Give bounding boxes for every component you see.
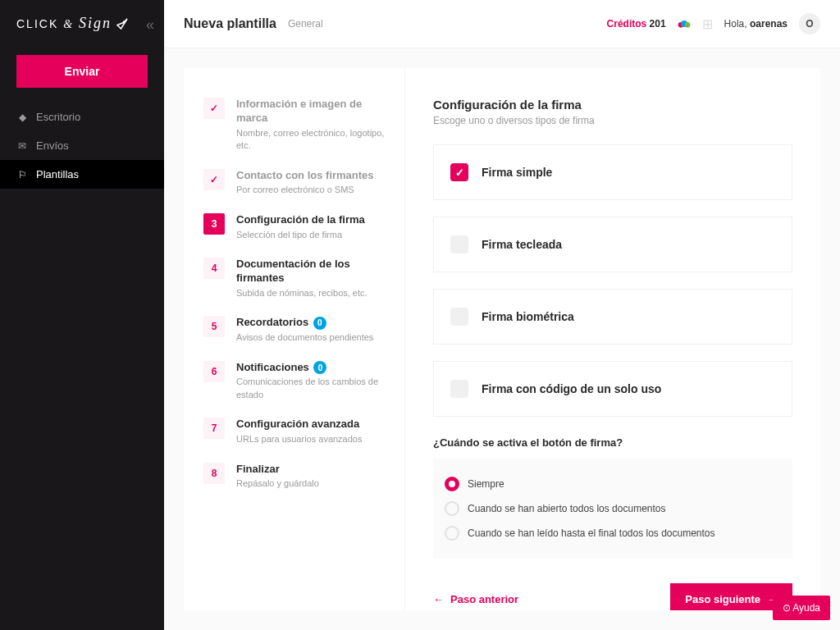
radio-label: Cuando se han abierto todos los document… [468,503,666,514]
step-title: Finalizar [236,463,385,477]
checkbox[interactable] [450,380,468,398]
cloud-icon[interactable] [678,17,691,30]
nav-label: Plantillas [36,168,79,180]
avatar[interactable]: O [799,13,820,34]
arrow-left-icon: ← [433,593,444,605]
nav-icon: ⚐ [16,169,28,180]
step-title: Información e imagen de marca [236,98,385,126]
step-number: ✓ [203,169,225,190]
collapse-sidebar-icon[interactable]: « [146,16,154,34]
nav-label: Envíos [36,139,69,152]
signature-option[interactable]: Firma biométrica [433,289,792,345]
step-item[interactable]: 6Notificaciones 0Comunicaciones de los c… [203,361,385,402]
step-item[interactable]: 5Recordatorios 0Avisos de documentos pen… [203,316,385,344]
signature-option[interactable]: Firma tecleada [433,217,792,272]
signature-option[interactable]: Firma simple [433,144,792,200]
radio[interactable] [445,526,459,541]
greeting: Hola, oarenas [724,18,788,30]
step-title: Configuración de la firma [236,213,385,227]
step-number: 8 [203,463,225,484]
steps-list: ✓Información e imagen de marca Nombre, c… [184,68,405,610]
step-item[interactable]: ✓Contacto con los firmantes Por correo e… [203,169,385,197]
step-subtitle: Subida de nóminas, recibos, etc. [236,287,385,299]
step-subtitle: Selección del tipo de firma [236,229,385,241]
send-button[interactable]: Enviar [16,55,148,88]
nav-item-escritorio[interactable]: ◆Escritorio [0,103,164,131]
step-subtitle: Nombre, correo electrónico, logotipo, et… [236,127,385,153]
panel-subtitle: Escoge uno o diversos tipos de firma [433,115,792,126]
step-number: 3 [203,213,225,235]
radio-option[interactable]: Siempre [445,472,781,496]
step-subtitle: Comunicaciones de los cambios de estado [236,376,385,401]
step-title: Configuración avanzada [236,418,385,431]
step-item[interactable]: 8Finalizar Repásalo y guárdalo [203,463,385,491]
main: Nueva plantilla General Créditos 201 ⊞ H… [164,0,840,630]
svg-point-0 [123,21,125,23]
step-subtitle: Por correo electrónico o SMS [236,184,385,196]
step-item[interactable]: 4Documentación de los firmantes Subida d… [203,258,385,299]
signature-option[interactable]: Firma con código de un solo uso [433,361,792,417]
radio-option[interactable]: Cuando se han abierto todos los document… [445,496,781,521]
count-badge: 0 [313,317,326,330]
nav-icon: ◆ [16,112,28,123]
logo: CLICK & Sign « [0,15,164,48]
nav-item-envíos[interactable]: ✉Envíos [0,131,164,160]
step-number: 4 [203,258,225,279]
breadcrumb[interactable]: General [288,18,323,30]
step-title: Notificaciones 0 [236,361,385,375]
option-label: Firma simple [482,166,552,179]
step-subtitle: URLs para usuarios avanzados [236,433,385,445]
step-number: 6 [203,361,225,382]
credits: Créditos 201 [607,18,666,30]
sidebar: CLICK & Sign « Enviar ◆Escritorio✉Envíos… [0,0,164,630]
activation-question: ¿Cuándo se activa el botón de firma? [433,436,792,449]
config-panel: Configuración de la firma Escoge uno o d… [405,68,820,610]
radio-option[interactable]: Cuando se han leído hasta el final todos… [445,521,781,546]
prev-step-button[interactable]: ←Paso anterior [433,593,518,605]
checkbox[interactable] [450,308,468,326]
svg-point-3 [684,22,690,28]
panel-title: Configuración de la firma [433,98,792,112]
radio-group: SiempreCuando se han abierto todos los d… [433,459,792,559]
nav-label: Escritorio [36,111,80,123]
radio[interactable] [445,501,459,516]
nav-item-plantillas[interactable]: ⚐Plantillas [0,160,164,189]
step-number: 5 [203,316,225,337]
option-label: Firma biométrica [482,310,574,323]
step-title: Documentación de los firmantes [236,258,385,285]
page-title: Nueva plantilla [184,16,276,31]
help-button[interactable]: ⊙ Ayuda [773,596,830,620]
step-item[interactable]: 7Configuración avanzada URLs para usuari… [203,418,385,445]
step-number: ✓ [203,98,225,119]
rocket-icon [115,16,130,31]
count-badge: 0 [313,361,326,374]
radio-label: Siempre [468,478,504,490]
option-label: Firma tecleada [482,238,562,251]
step-subtitle: Avisos de documentos pendientes [236,331,385,344]
checkbox[interactable] [450,235,468,253]
step-item[interactable]: 3Configuración de la firma Selección del… [203,213,385,241]
step-title: Contacto con los firmantes [236,169,385,183]
radio[interactable] [445,477,459,491]
nav-icon: ✉ [16,140,28,152]
step-title: Recordatorios 0 [236,316,385,330]
checkbox[interactable] [450,163,468,181]
step-subtitle: Repásalo y guárdalo [236,477,385,490]
header: Nueva plantilla General Créditos 201 ⊞ H… [164,0,840,48]
radio-label: Cuando se han leído hasta el final todos… [468,527,715,539]
step-item[interactable]: ✓Información e imagen de marca Nombre, c… [203,98,385,153]
option-label: Firma con código de un solo uso [482,382,661,395]
apps-icon[interactable]: ⊞ [702,16,713,32]
step-number: 7 [203,418,225,439]
